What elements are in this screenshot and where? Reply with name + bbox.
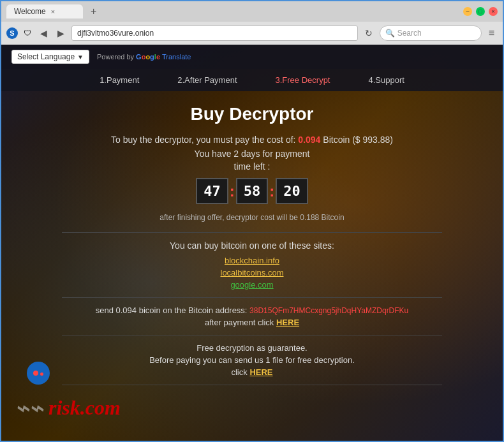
maximize-button[interactable]: □: [476, 7, 485, 16]
address-text: djfi3vltmo36vure.onion: [77, 29, 154, 38]
google-link[interactable]: google.com: [14, 280, 490, 290]
close-button[interactable]: ×: [489, 7, 498, 16]
free-decrypt-line2: Before paying you can send us 1 file for…: [14, 355, 490, 365]
search-bar[interactable]: 🔍 Search: [380, 26, 482, 41]
payment-days-text: You have 2 days for payment: [14, 149, 490, 159]
buy-bitcoin-title: You can buy bitcoin on one of these site…: [14, 240, 490, 251]
page-title: Buy Decryptor: [14, 104, 490, 124]
page-content: Select Language ▼ Powered by Google Tran…: [1, 45, 503, 441]
dot-icon-1: [33, 371, 38, 376]
s-icon: S: [6, 27, 18, 39]
tab-free-decrypt[interactable]: 3.Free Decrypt: [276, 75, 330, 85]
browser-tab[interactable]: Welcome ×: [6, 4, 83, 18]
window-controls: – □ ×: [463, 7, 498, 16]
tab-support[interactable]: 4.Support: [368, 75, 404, 85]
risk-logo-area: ⌁⌁ risk.com: [14, 393, 121, 423]
cost-text: To buy the decryptor, you must pay the c…: [14, 135, 490, 145]
refresh-button[interactable]: ↻: [362, 27, 376, 40]
bitcoin-address: 38D15QFm7HMCcxgng5jhDqHYaMZDqrDFKu: [249, 306, 408, 315]
divider-4: [62, 385, 443, 385]
tab-payment[interactable]: 1.Payment: [100, 75, 139, 85]
site-favicon: [27, 362, 50, 385]
new-tab-button[interactable]: +: [88, 6, 99, 17]
tab-after-payment[interactable]: 2.After Payment: [177, 75, 237, 85]
address-bar[interactable]: djfi3vltmo36vure.onion: [71, 26, 358, 41]
search-placeholder: Search: [397, 29, 422, 38]
dark-overlay: Select Language ▼ Powered by Google Tran…: [1, 45, 503, 441]
after-offer-text: after finishing offer, decryptor cost wi…: [14, 213, 490, 222]
language-selector[interactable]: Select Language ▼: [11, 50, 89, 64]
search-icon: 🔍: [385, 29, 395, 38]
countdown-timer: 47 : 58 : 20: [14, 178, 490, 204]
nav-tabs: 1.Payment 2.After Payment 3.Free Decrypt…: [1, 69, 503, 91]
navigation-bar: S 🛡 ◀ ▶ djfi3vltmo36vure.onion ↻ 🔍 Searc…: [1, 22, 503, 45]
here-button-1[interactable]: HERE: [276, 318, 299, 327]
cost-btc-value: 0.094: [298, 135, 320, 145]
here-button-2[interactable]: HERE: [249, 367, 272, 377]
tab-title: Welcome: [14, 7, 46, 16]
timer-colon-1: :: [230, 182, 235, 200]
divider-1: [62, 232, 443, 233]
powered-by-label: Powered by Google Translate: [97, 53, 191, 61]
localbitcoins-link[interactable]: localbitcoins.com: [14, 268, 490, 277]
page-inner: Select Language ▼ Powered by Google Tran…: [1, 45, 503, 441]
timer-seconds: 20: [276, 178, 308, 204]
free-decrypt-line3: click HERE: [14, 367, 490, 377]
timeleft-label: time left :: [14, 161, 490, 172]
timer-hours: 47: [196, 178, 228, 204]
timer-colon-2: :: [269, 182, 274, 200]
top-language-bar: Select Language ▼ Powered by Google Tran…: [1, 45, 503, 69]
lang-dropdown-arrow: ▼: [77, 54, 84, 61]
back-button[interactable]: ◀: [37, 27, 50, 40]
lang-select-label: Select Language: [17, 52, 75, 61]
shield-icon: 🛡: [22, 27, 33, 39]
send-instructions: send 0.094 bicoin on the Bitcoin address…: [14, 306, 490, 315]
risk-symbol: ⌁⌁: [14, 393, 42, 423]
free-decrypt-line1: Free decryption as guarantee.: [14, 343, 490, 353]
divider-3: [62, 335, 443, 335]
tab-close-button[interactable]: ×: [51, 8, 55, 15]
after-payment-text: after payment click HERE: [14, 318, 490, 327]
title-bar: Welcome × + – □ ×: [1, 1, 503, 22]
translate-label: Translate: [162, 53, 191, 61]
timer-minutes: 58: [236, 178, 269, 204]
minimize-button[interactable]: –: [463, 7, 472, 16]
risk-watermark-area: ⌁⌁ risk.com: [1, 393, 503, 423]
blockchain-link[interactable]: blockchain.info: [14, 256, 490, 265]
risk-text: risk.com: [48, 396, 121, 420]
main-content-area: Buy Decryptor To buy the decryptor, you …: [1, 91, 503, 441]
divider-2: [62, 297, 443, 298]
forward-button[interactable]: ▶: [54, 27, 68, 40]
menu-button[interactable]: ≡: [485, 26, 498, 40]
dot-icon-2: [40, 372, 43, 376]
browser-frame: Welcome × + – □ × S 🛡 ◀ ▶ djfi3vltmo36vu…: [0, 0, 504, 442]
